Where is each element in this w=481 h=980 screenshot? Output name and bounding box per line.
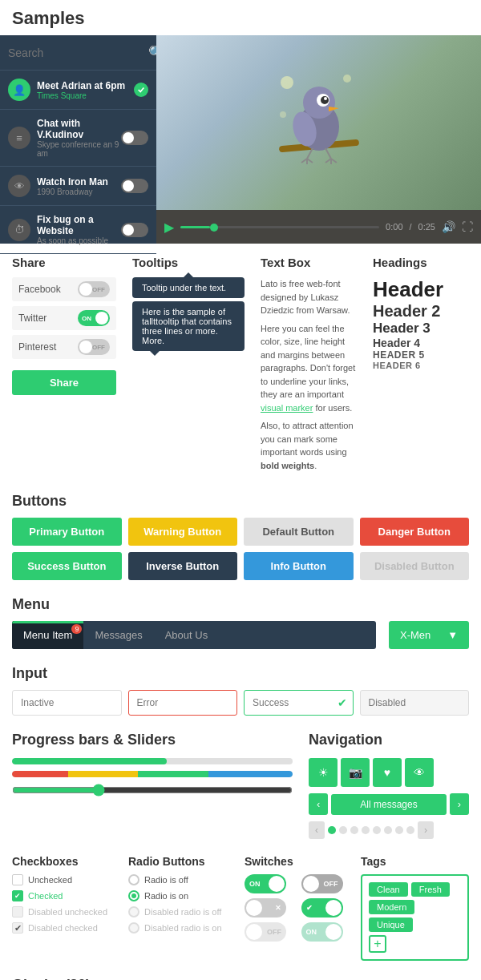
input-inactive[interactable] — [12, 690, 122, 716]
radio-title: Radio Buttons — [128, 855, 236, 868]
svg-point-17 — [343, 75, 351, 83]
tags-title: Tags — [361, 855, 469, 868]
task-title: Watch Iron Man — [37, 176, 121, 188]
volume-icon[interactable]: 🔊 — [442, 220, 455, 233]
share-toggle-pinterest[interactable] — [78, 339, 110, 355]
share-label-pinterest: Pinterest — [18, 341, 56, 353]
checkbox-box[interactable] — [12, 874, 23, 885]
menu-badge: 9 — [71, 624, 82, 634]
share-toggle-twitter[interactable] — [78, 310, 110, 326]
nav-dot[interactable] — [328, 826, 336, 834]
radio-circle — [128, 922, 139, 934]
menu-dropdown-label: X-Men — [400, 629, 430, 641]
default-button[interactable]: Default Button — [244, 518, 354, 546]
task-icon-person: 👤 — [8, 79, 30, 101]
menu-item-messages[interactable]: Messages — [83, 621, 153, 649]
search-input[interactable] — [8, 46, 148, 59]
radio-disabled-on: Disabled radio is on — [128, 922, 236, 934]
task-title: Fix bug on a Website — [37, 214, 121, 236]
switch-label: OFF — [267, 928, 281, 936]
share-toggle-facebook[interactable] — [78, 281, 110, 297]
inverse-button[interactable]: Inverse Button — [128, 552, 238, 580]
nav-dots-prev-button[interactable]: ‹ — [309, 821, 325, 839]
task-item: ⏱ Fix bug on a Website As soon as possib… — [0, 206, 156, 254]
switch-on[interactable]: ON — [245, 874, 286, 893]
switches-section: Switches ON OFF ✕ ✔ — [245, 855, 353, 961]
play-icon[interactable]: ▶ — [164, 220, 174, 235]
tag-unique[interactable]: Unique — [369, 917, 413, 932]
tag-modern[interactable]: Modern — [369, 900, 414, 914]
menu-bar: Menu Item 9 Messages About Us — [12, 621, 376, 649]
share-button[interactable]: Share — [12, 370, 116, 395]
nav-dot[interactable] — [395, 826, 403, 834]
switch-on-disabled: ON — [301, 922, 343, 942]
nav-dot[interactable] — [384, 826, 392, 834]
toggle-switch[interactable] — [121, 223, 148, 237]
tag-fresh[interactable]: Fresh — [411, 882, 450, 897]
checkbox-label: Disabled checked — [28, 923, 98, 933]
checkboxes-title: Checkboxes — [12, 855, 120, 868]
menu-dropdown[interactable]: X-Men ▼ — [389, 621, 469, 649]
menu-item-label: Menu Item — [23, 629, 72, 641]
range-slider[interactable] — [12, 784, 293, 799]
task-item: 👤 Meet Adrian at 6pm Times Square — [0, 71, 156, 110]
svg-line-15 — [331, 159, 337, 163]
checkbox-checked: ✔ Checked — [12, 890, 120, 901]
task-item: 👁 Watch Iron Man 1990 Broadway — [0, 167, 156, 206]
nav-title: Navigation — [309, 732, 469, 748]
tag-add-button[interactable]: + — [369, 935, 386, 953]
radio-off: Radio is off — [128, 874, 236, 885]
radio-circle[interactable] — [128, 874, 139, 885]
menu-item-menu-item[interactable]: Menu Item 9 — [12, 621, 83, 649]
nav-prev-button[interactable]: ‹ — [309, 793, 328, 815]
nav-dot[interactable] — [362, 826, 370, 834]
danger-button[interactable]: Danger Button — [360, 518, 470, 546]
page-title: Samples — [0, 0, 481, 35]
checkbox-box[interactable]: ✔ — [12, 890, 23, 901]
nav-dot[interactable] — [339, 826, 347, 834]
textbox-p2: Here you can feel the color, size, line … — [261, 322, 357, 415]
switch-knob — [325, 900, 342, 916]
tags-wrap: Clean Fresh Modern Unique + — [361, 874, 469, 961]
success-button[interactable]: Success Button — [12, 552, 122, 580]
switch-off[interactable]: OFF — [301, 874, 343, 893]
nav-dot[interactable] — [406, 826, 414, 834]
svg-line-9 — [325, 148, 331, 159]
nav-icon-camera[interactable]: 📷 — [341, 758, 370, 787]
nav-dot[interactable] — [350, 826, 358, 834]
share-row-twitter: Twitter — [12, 306, 116, 330]
nav-dot[interactable] — [373, 826, 381, 834]
checkboxes-section: Checkboxes Unchecked ✔ Checked Disabled … — [12, 855, 120, 961]
input-error[interactable] — [128, 690, 238, 716]
input-success-wrap: ✔ — [244, 690, 354, 716]
radio-label: Disabled radio is on — [144, 923, 222, 933]
menu-item-about[interactable]: About Us — [154, 621, 219, 649]
nav-dots-next-button[interactable]: › — [418, 821, 434, 839]
progress-bar-green — [12, 758, 293, 764]
primary-button[interactable]: Primary Button — [12, 518, 122, 546]
radio-label: Radio is on — [144, 891, 188, 901]
switch-knob — [325, 924, 342, 940]
warning-button[interactable]: Warning Button — [128, 518, 238, 546]
textbox-title: Text Box — [261, 256, 357, 269]
fullscreen-icon[interactable]: ⛶ — [462, 220, 473, 233]
progress-bar[interactable] — [180, 226, 379, 228]
textbox-p1: Lato is free web-font designed by Lukasz… — [261, 277, 357, 317]
info-button[interactable]: Info Button — [244, 552, 354, 580]
toggle-switch[interactable] — [121, 131, 148, 145]
textbox-link[interactable]: visual marker — [261, 403, 313, 413]
radio-label: Disabled radio is off — [144, 907, 221, 917]
toggle-switch[interactable] — [121, 179, 148, 193]
radio-circle[interactable] — [128, 890, 139, 901]
radio-circle — [128, 906, 139, 917]
video-placeholder — [156, 35, 481, 210]
switch-check-on[interactable]: ✔ — [301, 898, 343, 917]
nav-icon-sun[interactable]: ☀ — [309, 758, 338, 787]
nav-icon-eye[interactable]: 👁 — [405, 758, 434, 787]
switch-x-off[interactable]: ✕ — [245, 898, 286, 917]
nav-next-button[interactable]: › — [450, 793, 469, 815]
task-sub: 1990 Broadway — [37, 188, 121, 196]
heading-6: HEADER 6 — [373, 361, 469, 370]
nav-icon-heart[interactable]: ♥ — [373, 758, 402, 787]
tag-clean[interactable]: Clean — [369, 882, 408, 897]
